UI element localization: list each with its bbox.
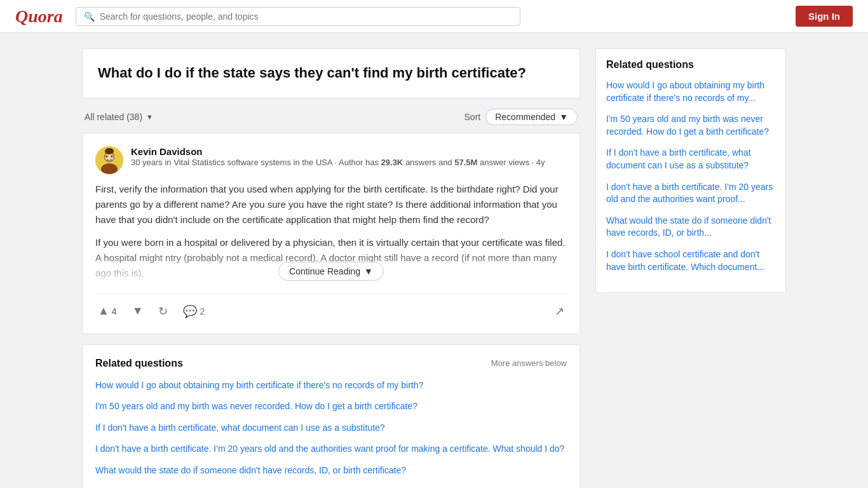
comment-button[interactable]: 💬 2 <box>180 302 207 321</box>
question-title: What do I do if the state says they can'… <box>98 64 564 83</box>
sidebar-title: Related questions <box>606 59 775 71</box>
sidebar: Related questions How would I go about o… <box>595 48 786 488</box>
sidebar-link-6[interactable]: I don't have school certificate and don'… <box>606 248 775 273</box>
action-row: ▲ 4 ▼ ↻ 💬 2 ↗ <box>95 294 567 321</box>
author-row: Kevin Davidson 30 years in Vital Statist… <box>95 146 567 174</box>
sort-label: Sort <box>465 112 481 122</box>
svg-point-6 <box>105 148 114 154</box>
question-card: What do I do if the state says they can'… <box>82 48 580 98</box>
downvote-icon: ▼ <box>132 304 144 318</box>
related-inline-link-2[interactable]: I'm 50 years old and my birth was never … <box>95 400 567 413</box>
avatar <box>95 146 123 174</box>
continue-reading-button[interactable]: Continue Reading ▼ <box>278 262 384 281</box>
answer-text-main: First, verify the information that you u… <box>95 182 567 227</box>
recommended-label: Recommended <box>495 112 555 122</box>
chevron-down-icon: ▼ <box>364 266 373 276</box>
downvote-button[interactable]: ▼ <box>130 302 146 320</box>
author-name[interactable]: Kevin Davidson <box>131 146 545 157</box>
sidebar-link-3[interactable]: If I don't have a birth certificate, wha… <box>606 147 775 172</box>
comment-count: 2 <box>200 306 205 316</box>
sidebar-link-1[interactable]: How would I go about obtaining my birth … <box>606 79 775 104</box>
search-bar: 🔍 <box>76 7 520 26</box>
answer-card: Kevin Davidson 30 years in Vital Statist… <box>82 133 580 334</box>
author-bio: 30 years in Vital Statistics software sy… <box>131 157 545 168</box>
comment-icon: 💬 <box>183 304 197 318</box>
sort-area: Sort Recommended ▼ <box>465 109 578 125</box>
more-answers-label: More answers below <box>491 358 567 368</box>
all-related-filter[interactable]: All related (38) ▼ <box>85 112 153 122</box>
sidebar-link-5[interactable]: What would the state do if someone didn'… <box>606 215 775 240</box>
all-related-label: All related (38) <box>85 112 142 122</box>
svg-point-4 <box>106 155 108 157</box>
share-icon: ↗ <box>555 304 564 318</box>
svg-point-5 <box>111 155 113 157</box>
sidebar-link-2[interactable]: I'm 50 years old and my birth was never … <box>606 113 775 138</box>
related-inline-link-1[interactable]: How would I go about obtaining my birth … <box>95 379 567 392</box>
sidebar-card: Related questions How would I go about o… <box>595 48 786 293</box>
search-input[interactable] <box>100 11 512 22</box>
site-header: Quora 🔍 Sign In <box>0 0 868 33</box>
main-container: What do I do if the state says they can'… <box>72 33 796 488</box>
author-info: Kevin Davidson 30 years in Vital Statist… <box>131 146 545 168</box>
repost-button[interactable]: ↻ <box>156 302 170 321</box>
chevron-down-icon: ▼ <box>559 112 568 122</box>
header-right: Sign In <box>796 6 853 27</box>
repost-icon: ↻ <box>158 304 168 318</box>
sort-dropdown[interactable]: Recommended ▼ <box>485 109 578 125</box>
filters-bar: All related (38) ▼ Sort Recommended ▼ <box>82 109 580 125</box>
upvote-button[interactable]: ▲ 4 <box>95 302 119 320</box>
related-inline-link-5[interactable]: What would the state do if someone didn'… <box>95 464 567 477</box>
upvote-count: 4 <box>112 306 117 316</box>
related-inline-header: Related questions More answers below <box>95 358 567 369</box>
content-area: What do I do if the state says they can'… <box>82 48 580 488</box>
related-inline-link-3[interactable]: If I don't have a birth certificate, wha… <box>95 422 567 435</box>
answer-text-faded: If you were born in a hospital or delive… <box>95 235 567 286</box>
quora-logo[interactable]: Quora <box>15 6 63 27</box>
search-icon: 🔍 <box>84 11 95 22</box>
share-button[interactable]: ↗ <box>552 302 567 321</box>
upvote-icon: ▲ <box>98 304 109 318</box>
related-inline-link-4[interactable]: I don't have a birth certificate. I'm 20… <box>95 443 567 456</box>
chevron-down-icon: ▼ <box>146 113 153 121</box>
sidebar-link-4[interactable]: I don't have a birth certificate. I'm 20… <box>606 181 775 206</box>
related-inline-title: Related questions <box>95 358 183 369</box>
related-inline-card: Related questions More answers below How… <box>82 344 580 488</box>
sign-in-button[interactable]: Sign In <box>796 6 853 27</box>
